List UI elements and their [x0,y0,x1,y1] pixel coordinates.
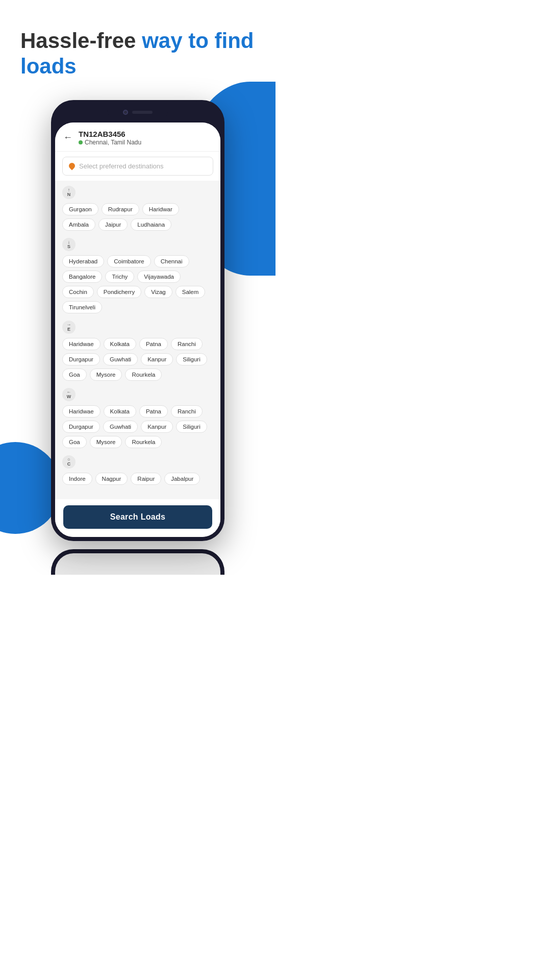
vehicle-id: TN12AB3456 [79,130,141,138]
location-pin-icon [68,162,77,170]
direction-central: ○C Indore Nagpur Raipur Jabalpur [62,455,213,485]
tag-raipur[interactable]: Raipur [131,473,161,485]
camera-icon [123,110,128,115]
tag-kolkata-w[interactable]: Kolkata [104,405,136,418]
tag-haridwar[interactable]: Haridwar [142,203,179,215]
phone-frame: ← TN12AB3456 Chennai, Tamil Nadu Select … [51,100,224,541]
tag-kolkata-e[interactable]: Kolkata [104,338,136,350]
south-tags: Hyderabad Coimbatore Chennai Bangalore T… [62,255,213,313]
tag-ranchi-e[interactable]: Ranchi [171,338,203,350]
online-indicator [79,140,83,144]
tag-goa-w[interactable]: Goa [62,436,87,448]
central-icon: ○C [62,455,76,469]
east-label: →E [62,321,213,334]
direction-north: ↑N Gurgaon Rudrapur Haridwar Ambala Jaip… [62,186,213,231]
central-label: ○C [62,455,213,469]
search-loads-button[interactable]: Search Loads [63,505,212,529]
tag-salem[interactable]: Salem [176,286,206,298]
tag-kanpur-w[interactable]: Kanpur [141,421,173,433]
tag-goa-e[interactable]: Goa [62,369,87,381]
destinations-list: ↑N Gurgaon Rudrapur Haridwar Ambala Jaip… [55,181,220,497]
tag-rourkela-w[interactable]: Rourkela [125,436,162,448]
tag-kanpur-e[interactable]: Kanpur [141,353,173,365]
tag-patna-w[interactable]: Patna [139,405,168,418]
west-tags: Haridwae Kolkata Patna Ranchi Durgapur G… [62,405,213,448]
notch-bar [55,104,220,120]
tag-guwhati-w[interactable]: Guwhati [103,421,138,433]
page-header: Hassle-free way to find loads [0,0,276,95]
tag-durgapur-e[interactable]: Durgapur [62,353,100,365]
notch [107,106,168,119]
tag-mysore-e[interactable]: Mysore [90,369,122,381]
tag-rourkela-e[interactable]: Rourkela [125,369,162,381]
headline: Hassle-free way to find loads [20,28,255,80]
tag-ludhaiana[interactable]: Ludhaiana [131,218,171,231]
tag-hyderabad[interactable]: Hyderabad [62,255,104,267]
tag-jabalpur[interactable]: Jabalpur [164,473,200,485]
search-placeholder: Select preferred destinations [79,162,163,170]
tag-ambala[interactable]: Ambala [62,218,95,231]
search-box-container: Select preferred destinations [55,152,220,181]
south-icon: ↓S [62,238,76,251]
location-text: Chennai, Tamil Nadu [85,139,141,146]
tag-vijayawada[interactable]: Vijayawada [137,271,181,283]
speaker-icon [132,111,153,114]
tag-guwhati-e[interactable]: Guwhati [103,353,138,365]
east-tags: Haridwae Kolkata Patna Ranchi Durgapur G… [62,338,213,381]
vehicle-location: Chennai, Tamil Nadu [79,139,141,146]
tag-siliguri-e[interactable]: Siliguri [176,353,207,365]
bottom-phone-preview [0,549,276,575]
central-tags: Indore Nagpur Raipur Jabalpur [62,473,213,485]
tag-haridwae-w[interactable]: Haridwae [62,405,101,418]
east-icon: →E [62,321,76,334]
west-label: ←W [62,388,213,401]
tag-jaipur[interactable]: Jaipur [98,218,128,231]
bottom-action-area: Search Loads [55,499,220,537]
second-phone-stub [51,549,224,575]
direction-south: ↓S Hyderabad Coimbatore Chennai Bangalor… [62,238,213,313]
tag-coimbatore[interactable]: Coimbatore [107,255,151,267]
tag-nagpur[interactable]: Nagpur [95,473,128,485]
phone-wrapper: ← TN12AB3456 Chennai, Tamil Nadu Select … [0,100,276,541]
north-label: ↑N [62,186,213,199]
headline-blue-1: way to find [142,29,254,53]
app-header: ← TN12AB3456 Chennai, Tamil Nadu [55,122,220,152]
headline-blue-2: loads [20,54,77,78]
tag-patna-e[interactable]: Patna [139,338,168,350]
west-icon: ←W [62,388,76,401]
back-button[interactable]: ← [63,132,72,143]
tag-vizag[interactable]: Vizag [144,286,172,298]
tag-trichy[interactable]: Trichy [105,271,134,283]
tag-mysore-w[interactable]: Mysore [90,436,122,448]
tag-durgapur-w[interactable]: Durgapur [62,421,100,433]
tag-siliguri-w[interactable]: Siliguri [176,421,207,433]
tag-chennai[interactable]: Chennai [154,255,189,267]
tag-indore[interactable]: Indore [62,473,92,485]
phone-screen: ← TN12AB3456 Chennai, Tamil Nadu Select … [55,122,220,537]
destination-search-input[interactable]: Select preferred destinations [62,157,213,176]
tag-bangalore[interactable]: Bangalore [62,271,102,283]
tag-pondicherry[interactable]: Pondicherry [97,286,141,298]
tag-rudrapur[interactable]: Rudrapur [102,203,139,215]
tag-cochin[interactable]: Cochin [62,286,94,298]
north-tags: Gurgaon Rudrapur Haridwar Ambala Jaipur … [62,203,213,231]
tag-gurgaon[interactable]: Gurgaon [62,203,98,215]
direction-west: ←W Haridwae Kolkata Patna Ranchi Durgapu… [62,388,213,448]
vehicle-info: TN12AB3456 Chennai, Tamil Nadu [79,130,141,146]
tag-tirunelveli[interactable]: Tirunelveli [62,301,102,313]
tag-ranchi-w[interactable]: Ranchi [171,405,203,418]
direction-east: →E Haridwae Kolkata Patna Ranchi Durgapu… [62,321,213,381]
tag-haridwae-e[interactable]: Haridwae [62,338,101,350]
south-label: ↓S [62,238,213,251]
north-icon: ↑N [62,186,76,199]
headline-black: Hassle-free [20,29,142,53]
